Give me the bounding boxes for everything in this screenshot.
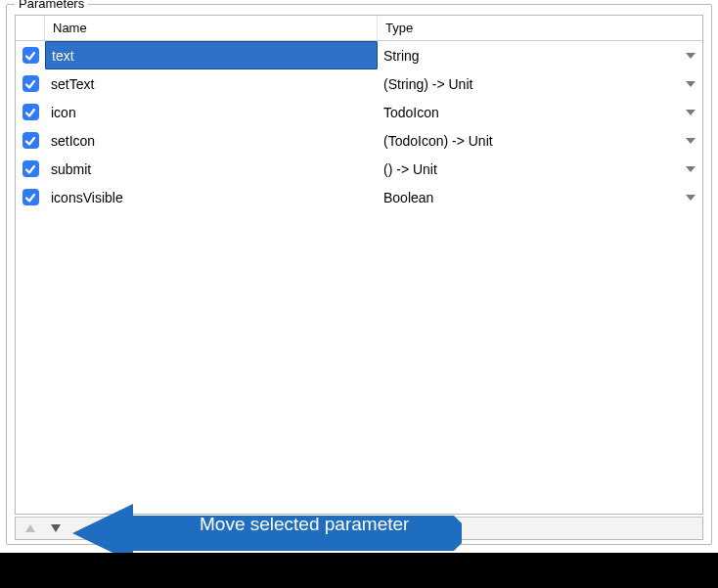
row-name-cell[interactable]: icon [45, 98, 378, 126]
row-type-cell[interactable]: () -> Unit [378, 155, 702, 183]
row-checkbox[interactable] [22, 47, 39, 64]
row-type-text: (String) -> Unit [383, 76, 472, 92]
chevron-down-icon[interactable] [685, 109, 696, 116]
row-type-cell[interactable]: (TodoIcon) -> Unit [378, 126, 702, 155]
svg-marker-1 [686, 81, 696, 87]
row-type-text: () -> Unit [383, 161, 437, 177]
row-type-text: TodoIcon [383, 105, 439, 120]
chevron-down-icon[interactable] [685, 165, 696, 173]
row-checkbox[interactable] [22, 132, 39, 149]
col-header-check [16, 16, 45, 40]
chevron-down-icon[interactable] [685, 52, 696, 60]
row-name-cell[interactable]: text [45, 41, 378, 69]
move-down-button[interactable] [47, 520, 65, 537]
row-checkbox-cell [16, 75, 45, 92]
row-checkbox-cell [16, 160, 45, 177]
chevron-down-icon[interactable] [685, 194, 696, 202]
table-body: textStringsetText(String) -> UniticonTod… [16, 41, 702, 211]
row-type-text: Boolean [383, 190, 433, 205]
table-row[interactable]: iconTodoIcon [16, 98, 702, 126]
row-checkbox-cell [16, 104, 45, 120]
row-name-cell[interactable]: setIcon [45, 126, 378, 155]
row-type-cell[interactable]: Boolean [378, 183, 702, 211]
table-row[interactable]: submit() -> Unit [16, 155, 702, 183]
row-checkbox-cell [16, 47, 45, 64]
svg-marker-4 [686, 166, 696, 172]
svg-marker-3 [686, 138, 696, 144]
row-checkbox[interactable] [22, 189, 39, 205]
parameters-table: Name Type textStringsetText(String) -> U… [15, 15, 703, 515]
svg-marker-0 [686, 53, 696, 59]
col-header-type: Type [378, 16, 702, 40]
chevron-down-icon[interactable] [685, 80, 696, 88]
table-header: Name Type [16, 16, 702, 41]
table-row[interactable]: setText(String) -> Unit [16, 69, 702, 98]
svg-marker-7 [51, 524, 61, 532]
move-up-button[interactable] [22, 520, 39, 537]
row-type-cell[interactable]: (String) -> Unit [378, 69, 702, 98]
table-row[interactable]: textString [16, 41, 702, 69]
chevron-down-icon[interactable] [685, 137, 696, 145]
parameters-panel: Parameters Name Type textStringsetText(S… [6, 4, 712, 545]
row-type-cell[interactable]: TodoIcon [378, 98, 702, 126]
bottom-strip [0, 553, 718, 588]
row-type-text: (TodoIcon) -> Unit [383, 133, 493, 149]
table-row[interactable]: setIcon(TodoIcon) -> Unit [16, 126, 702, 155]
row-type-text: String [383, 48, 420, 64]
row-name-cell[interactable]: submit [45, 155, 378, 183]
row-checkbox[interactable] [22, 160, 39, 177]
row-name-cell[interactable]: iconsVisible [45, 183, 378, 211]
svg-marker-6 [25, 524, 35, 532]
row-checkbox-cell [16, 189, 45, 205]
row-type-cell[interactable]: String [378, 41, 702, 69]
row-checkbox[interactable] [22, 104, 39, 120]
row-checkbox-cell [16, 132, 45, 149]
panel-title: Parameters [15, 0, 88, 11]
reorder-toolbar [15, 517, 703, 540]
svg-marker-2 [686, 110, 696, 115]
col-header-name: Name [45, 16, 378, 40]
svg-marker-5 [686, 195, 696, 201]
table-row[interactable]: iconsVisibleBoolean [16, 183, 702, 211]
row-name-cell[interactable]: setText [45, 69, 378, 98]
row-checkbox[interactable] [22, 75, 39, 92]
